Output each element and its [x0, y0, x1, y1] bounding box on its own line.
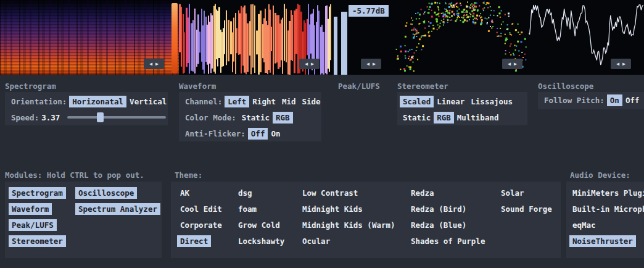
color-mode-option-static[interactable]: Static [239, 112, 273, 124]
theme-column-1: AKCool EditCorporateDirect [177, 187, 225, 247]
theme-column-3: Low ContrastMidnight KidsMidnight Kids (… [299, 187, 398, 247]
spectrogram-settings-panel: Orientation: HorizonatalVertical Speed: … [5, 92, 168, 125]
stereo-color-toggle: StaticRGBMultiband [400, 112, 502, 124]
next-icon[interactable]: ▶ [622, 62, 625, 67]
spectrogram-section-title: Spectrogram [5, 82, 56, 91]
channel-option-mid[interactable]: Mid [279, 96, 299, 107]
modules-panel: SpectrogramWaveformPeak/LUFSStereometer … [5, 182, 162, 258]
theme-option-direct[interactable]: Direct [177, 235, 211, 247]
module-button-oscilloscope[interactable]: Oscilloscope [75, 187, 137, 199]
audio-device-panel: MiniMeters PlugiBuilt-in MicropheqMacNoi… [566, 182, 644, 258]
waveform-section-title: Waveform [179, 82, 216, 91]
orientation-toggle: HorizonatalVertical [69, 96, 168, 107]
peak-db-readout: -5.77dB [349, 5, 389, 17]
channel-option-side[interactable]: Side [299, 96, 321, 107]
device-option-minimeters-plugi[interactable]: MiniMeters Plugi [569, 187, 644, 199]
waveform-settings-panel: Channel: LeftRightMidSide Color Mode: St… [179, 92, 321, 141]
module-button-spectrogram[interactable]: Spectrogram [9, 187, 66, 199]
channel-option-left[interactable]: Left [225, 96, 249, 107]
module-button-waveform[interactable]: Waveform [9, 203, 52, 215]
next-icon[interactable]: ▶ [311, 62, 314, 67]
oscilloscope-nav: ◀ ▶ [611, 59, 631, 69]
audio-device-list: MiniMeters PlugiBuilt-in MicropheqMacNoi… [569, 187, 644, 247]
color-mode-option-rgb[interactable]: RGB [273, 112, 293, 124]
oscilloscope-settings-panel: Follow Pitch: OnOff [538, 92, 644, 109]
stereo-mode-option-linear[interactable]: Linear [434, 96, 468, 107]
device-option-noisethruster[interactable]: NoiseThruster [569, 235, 636, 247]
speed-value: 3.37 [41, 113, 60, 122]
anti-flicker-option-off[interactable]: Off [248, 128, 268, 140]
channel-option-right[interactable]: Right [249, 96, 279, 107]
next-icon[interactable]: ▶ [373, 62, 376, 67]
follow-pitch-label: Follow Pitch: [544, 96, 605, 105]
minimeters-app: -5.77dB ◀ ▶ ◀ ▶ ◀ ▶ ◀ ▶ ◀ ▶ Spectrogram … [0, 0, 644, 268]
color-mode-toggle: StaticRGB [239, 112, 293, 124]
module-button-peak-lufs[interactable]: Peak/LUFS [9, 219, 57, 231]
peak-bar-left [334, 17, 337, 75]
slider-knob[interactable] [97, 112, 104, 122]
follow-pitch-toggle: OnOff [607, 94, 643, 106]
module-button-stereometer[interactable]: Stereometer [9, 235, 66, 247]
theme-option-redza-blue[interactable]: Redza (Blue) [408, 219, 469, 231]
device-option-eqmac[interactable]: eqMac [569, 219, 599, 231]
stereo-color-option-multiband[interactable]: Multiband [454, 112, 502, 124]
theme-option-corporate[interactable]: Corporate [177, 219, 225, 231]
modules-section-title: Modules: Hold CTRL to pop out. [5, 170, 144, 180]
slider-track[interactable] [67, 116, 166, 119]
channel-toggle: LeftRightMidSide [225, 96, 321, 107]
device-option-built-in-microph[interactable]: Built-in Microph [569, 203, 644, 215]
orientation-option-vertical[interactable]: Vertical [126, 96, 168, 107]
speed-slider[interactable] [67, 112, 166, 122]
stereo-mode-option-lissajous[interactable]: Lissajous [468, 96, 516, 107]
audio-device-section-title: Audio Device: [570, 170, 630, 180]
theme-option-cool-edit[interactable]: Cool Edit [177, 203, 225, 215]
oscilloscope-section-title: Oscilloscope [538, 82, 593, 91]
prev-icon[interactable]: ◀ [149, 62, 152, 67]
theme-option-sound-forge[interactable]: Sound Forge [498, 203, 555, 215]
next-icon[interactable]: ▶ [155, 62, 159, 67]
prev-icon[interactable]: ◀ [508, 62, 511, 67]
theme-column-2: dsgfoamGrow ColdLockshawty [235, 187, 287, 247]
theme-option-dsg[interactable]: dsg [235, 187, 255, 199]
stereometer-section-title: Stereometer [397, 82, 448, 91]
theme-panel: AKCool EditCorporateDirect dsgfoamGrow C… [171, 182, 561, 258]
stereo-mode-option-scaled[interactable]: Scaled [400, 96, 434, 107]
theme-option-midnight-kids[interactable]: Midnight Kids [299, 203, 366, 215]
follow-pitch-option-on[interactable]: On [607, 94, 622, 106]
next-icon[interactable]: ▶ [514, 62, 517, 67]
visualization-strip: -5.77dB ◀ ▶ ◀ ▶ ◀ ▶ ◀ ▶ ◀ ▶ [0, 0, 644, 75]
theme-option-shades-of-purple[interactable]: Shades of Purple [408, 235, 488, 247]
prev-icon[interactable]: ◀ [305, 62, 308, 67]
color-mode-label: Color Mode: [185, 113, 236, 122]
peak-lufs-section-title: Peak/LUFS [338, 82, 380, 91]
orientation-option-horizonatal[interactable]: Horizonatal [69, 96, 126, 107]
theme-option-solar[interactable]: Solar [498, 187, 527, 199]
peak-bar-right [341, 12, 347, 75]
theme-option-grow-cold[interactable]: Grow Cold [235, 219, 283, 231]
theme-option-lockshawty[interactable]: Lockshawty [235, 235, 287, 247]
prev-icon[interactable]: ◀ [616, 62, 619, 67]
theme-option-midnight-kids-warm[interactable]: Midnight Kids (Warm) [299, 219, 398, 231]
spectrogram-nav: ◀ ▶ [144, 59, 164, 69]
module-button-spectrum-analyzer[interactable]: Spectrum Analyzer [75, 203, 160, 215]
anti-flicker-option-on[interactable]: On [268, 128, 283, 140]
theme-option-ocular[interactable]: Ocular [299, 235, 333, 247]
stereo-mode-toggle: ScaledLinearLissajous [400, 96, 516, 107]
stereo-color-option-static[interactable]: Static [400, 112, 434, 124]
peak-nav: ◀ ▶ [361, 59, 381, 69]
theme-option-redza[interactable]: Redza [408, 187, 437, 199]
follow-pitch-option-off[interactable]: Off [622, 94, 643, 106]
stereometer-settings-panel: ScaledLinearLissajous StaticRGBMultiband [397, 92, 527, 125]
theme-section-title: Theme: [175, 170, 202, 180]
speed-label: Speed: [11, 113, 39, 122]
theme-option-redza-bird[interactable]: Redza (Bird) [408, 203, 469, 215]
stereo-color-option-rgb[interactable]: RGB [434, 112, 454, 124]
modules-column-1: SpectrogramWaveformPeak/LUFSStereometer [9, 187, 66, 247]
theme-option-ak[interactable]: AK [177, 187, 192, 199]
theme-column-4: RedzaRedza (Bird)Redza (Blue)Shades of P… [408, 187, 488, 247]
theme-option-foam[interactable]: foam [235, 203, 260, 215]
spectrogram-hot-stripe [171, 3, 178, 73]
theme-option-low-contrast[interactable]: Low Contrast [299, 187, 361, 199]
prev-icon[interactable]: ◀ [366, 62, 369, 67]
anti-flicker-toggle: OffOn [248, 128, 284, 140]
